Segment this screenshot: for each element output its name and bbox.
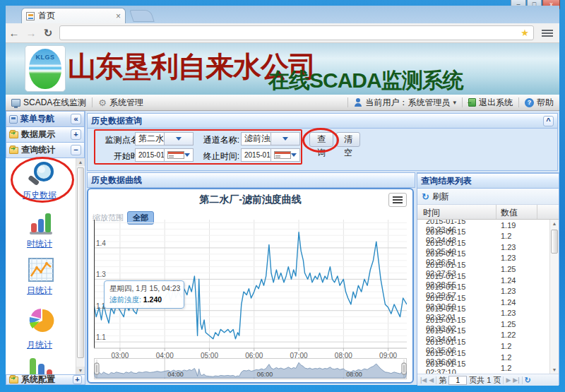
menu-scada[interactable]: SCADA在线监测 (6, 95, 92, 110)
calendar-icon[interactable] (164, 149, 193, 161)
chart-navigator[interactable]: 04:0006:0008:00 (94, 358, 407, 381)
current-user-menu[interactable]: 当前用户：系统管理员 ▾ (348, 95, 462, 110)
back-button[interactable]: ← (6, 27, 23, 39)
chart-menu-icon[interactable] (388, 193, 407, 207)
menu-sysmgmt[interactable]: ⚙ 系统管理 (93, 95, 149, 110)
end-time-input[interactable]: 2015-01-15 09:25 (241, 148, 300, 162)
sidebar-group-data-display[interactable]: 数据展示 + (6, 127, 85, 143)
cell-value: 1.2 (496, 364, 537, 372)
app-menubar: SCADA在线监测 ⚙ 系统管理 当前用户：系统管理员 ▾ 退出系统 ? 帮助 (6, 95, 559, 111)
column-header-value[interactable]: 数值 (496, 205, 537, 219)
scroll-up-icon[interactable]: ▲ (550, 220, 559, 227)
page-prefix: 第 (439, 375, 446, 386)
search-button[interactable]: 查询 (309, 132, 333, 147)
chevron-down-icon: ▾ (453, 99, 456, 106)
scrollbar-thumb[interactable] (77, 167, 84, 358)
last-page-button[interactable]: ▶| (513, 376, 519, 384)
channel-value: 滤前浊度 (242, 133, 270, 145)
reload-button[interactable]: ↻ (40, 27, 56, 40)
sidebar-scrollbar[interactable]: ▲ ▼ (76, 158, 84, 374)
nav-app-icon (9, 115, 18, 124)
panel-collapse-icon[interactable]: ^ (543, 116, 554, 126)
expand-icon[interactable]: + (71, 129, 81, 140)
logout-label: 退出系统 (479, 97, 513, 109)
collapse-icon[interactable]: − (71, 145, 81, 155)
sidebar-header: 菜单导航 « (6, 111, 85, 127)
first-page-button[interactable]: |◀ (420, 376, 427, 384)
group-label: 系统配置 (21, 374, 55, 386)
sidebar-nav-body: 历史数据 时统计 日统计 (6, 158, 85, 374)
company-logo: KLGS (25, 45, 66, 92)
results-toolbar: ↻ 刷新 (417, 189, 559, 205)
sidebar-item-month-stats[interactable]: 月统计 (6, 339, 73, 351)
current-user-label: 当前用户：系统管理员 (365, 97, 450, 109)
pie-chart-icon[interactable] (27, 307, 55, 334)
sidebar-item-history-data[interactable]: 历史数据 (6, 189, 73, 201)
chart-tooltip: 星期四, 1月 15, 04:23 滤前浊度: 1.240 (104, 280, 184, 309)
prev-page-button[interactable]: ◀ (429, 376, 434, 384)
sidebar-item-day-stats[interactable]: 日统计 (6, 285, 73, 297)
cell-value: 1.23 (496, 309, 537, 317)
results-scrollbar[interactable]: ▲ ▼ (549, 220, 559, 374)
page-number-input[interactable] (448, 376, 467, 385)
cell-value: 1.24 (496, 298, 537, 307)
system-name: 在线SCADA监测系统 (268, 66, 463, 95)
group-label: 数据展示 (21, 129, 55, 141)
results-rows: 2015-01-15 02:23:461.192015-01-15 02:24:… (417, 220, 559, 374)
sidebar-title: 菜单导航 (20, 113, 68, 125)
bar-chart-partial-icon[interactable] (28, 357, 54, 374)
magnifier-icon[interactable] (25, 161, 56, 189)
forward-button[interactable]: → (23, 27, 40, 39)
menu-sysmgmt-label: 系统管理 (109, 97, 143, 109)
scroll-down-icon[interactable]: ▼ (550, 366, 559, 374)
browser-menu-icon[interactable] (540, 28, 555, 38)
svg-text:04:00: 04:00 (167, 371, 184, 378)
tab-close-icon[interactable]: × (116, 12, 121, 20)
svg-text:1.4: 1.4 (96, 239, 106, 247)
next-page-button[interactable]: ▶ (506, 376, 511, 384)
sidebar-collapse-button[interactable]: « (71, 114, 81, 124)
refresh-button[interactable]: 刷新 (432, 191, 449, 203)
help-button[interactable]: ? 帮助 (519, 95, 559, 110)
cell-value: 1.19 (496, 221, 537, 230)
table-row[interactable]: 2015-01-15 02:37:101.2 (417, 362, 559, 374)
logout-button[interactable]: 退出系统 (463, 95, 518, 110)
address-bar[interactable]: ★ (59, 25, 534, 40)
chart-title: 第二水厂-滤前浊度曲线 (88, 194, 412, 206)
menu-scada-label: SCADA在线监测 (23, 97, 86, 109)
sidebar-group-system-config[interactable]: 系统配置 + (6, 374, 85, 385)
pager-refresh-button[interactable]: ↻ (525, 376, 531, 385)
dropdown-trigger-icon[interactable] (164, 133, 193, 145)
scroll-up-icon[interactable]: ▲ (76, 158, 85, 166)
column-header-time[interactable]: 时间 (417, 205, 496, 219)
svg-text:06:00: 06:00 (257, 371, 273, 378)
channel-label: 通道名称: (197, 134, 239, 146)
station-select[interactable]: 第二水厂 (135, 132, 194, 145)
line-chart-icon[interactable] (28, 258, 54, 282)
expand-icon[interactable]: + (73, 375, 82, 384)
new-tab-button[interactable] (129, 10, 155, 22)
results-panel-title: 查询结果列表 (421, 175, 472, 187)
scrollbar-thumb[interactable] (551, 230, 558, 254)
group-label: 查询统计 (21, 144, 55, 156)
start-time-input[interactable]: 2015-01-14 00:00 (135, 148, 194, 162)
cell-value: 1.2 (496, 342, 537, 350)
bookmark-star-icon[interactable]: ★ (521, 28, 529, 38)
scroll-down-icon[interactable]: ▼ (76, 367, 85, 374)
browser-toolbar: ← → ↻ ★ (6, 23, 559, 43)
cell-time: 2015-01-15 02:37:10 (417, 360, 496, 374)
clear-button[interactable]: 清空 (336, 132, 360, 147)
sidebar-item-hour-stats[interactable]: 时统计 (6, 238, 73, 250)
sidebar-group-query-stats[interactable]: 查询统计 − (6, 143, 85, 158)
browser-tab[interactable]: 首页 × (21, 8, 126, 23)
results-panel-header: 查询结果列表 (417, 173, 559, 189)
calendar-icon[interactable] (270, 149, 300, 161)
cell-value: 1.2 (496, 232, 537, 240)
cell-value: 1.25 (496, 320, 537, 328)
help-label: 帮助 (537, 97, 554, 109)
logo-text: KLGS (29, 54, 61, 61)
chart-panel-title: 历史数据曲线 (91, 174, 142, 186)
bar-chart-icon[interactable] (28, 210, 54, 236)
channel-select[interactable]: 滤前浊度 (241, 132, 300, 145)
dropdown-trigger-icon[interactable] (270, 133, 300, 145)
